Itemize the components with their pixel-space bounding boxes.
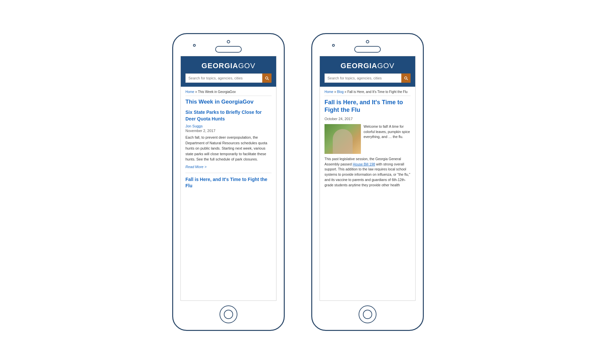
article-image-2 (324, 124, 361, 154)
article-main-date-2: October 24, 2017 (324, 117, 411, 121)
breadcrumb-1: Home » This Week in GeorgiaGov (185, 90, 272, 96)
camera-icon-1 (227, 40, 230, 43)
breadcrumb-home-1[interactable]: Home (185, 90, 194, 94)
breadcrumb-section-1: This Week in GeorgiaGov (198, 90, 236, 94)
phone-bottom-2 (359, 301, 376, 330)
article1-read-more[interactable]: Read More > (185, 165, 272, 169)
logo-2: GEORGIAGOV (324, 62, 411, 70)
phone-bottom-1 (220, 301, 237, 330)
breadcrumb-sep-1: » (195, 90, 198, 94)
screen-2: GEORGIAGOV Home » Blog » Fall is Here, a… (320, 56, 416, 301)
article1-author: Jon Suggs (185, 124, 272, 128)
search-bar-1[interactable] (185, 73, 272, 83)
article1-body: Each fall, to prevent deer overpopulatio… (185, 135, 272, 162)
phone-top-1 (173, 34, 284, 56)
logo-georgia-2: GEORGIA (341, 62, 377, 70)
breadcrumb-2: Home » Blog » Fall is Here, and It's Tim… (324, 90, 411, 96)
home-button-2[interactable] (359, 305, 376, 323)
logo-1: GEORGIAGOV (185, 62, 272, 70)
search-bar-2[interactable] (324, 73, 411, 83)
phone-1: GEORGIAGOV Home » This Week in GeorgiaGo… (172, 33, 285, 331)
header-1: GEORGIAGOV (181, 56, 276, 87)
breadcrumb-home-2[interactable]: Home (324, 90, 333, 94)
breadcrumb-sep-2a: » (334, 90, 337, 94)
breadcrumb-blog-2[interactable]: Blog (337, 90, 344, 94)
search-button-2[interactable] (401, 73, 411, 83)
phone-2: GEORGIAGOV Home » Blog » Fall is Here, a… (311, 33, 424, 331)
breadcrumb-sep-2b: » (345, 90, 347, 94)
search-icon-1 (265, 76, 269, 80)
sensor-dot-2 (332, 44, 335, 47)
article-link-2[interactable]: House Bill 198 (353, 162, 375, 166)
search-button-1[interactable] (262, 73, 272, 83)
article-media-row-2: Welcome to fall! A time for colorful lea… (324, 124, 411, 154)
phone-top-2 (312, 34, 423, 56)
article2-title[interactable]: Fall is Here, and It's Time to Fight the… (185, 176, 272, 189)
article1-title[interactable]: Six State Parks to Briefly Close for Dee… (185, 109, 272, 122)
breadcrumb-article-2: Fall is Here, and It's Time to Fight the… (347, 90, 408, 94)
content-1: Home » This Week in GeorgiaGov This Week… (181, 87, 276, 300)
logo-georgia-1: GEORGIA (202, 62, 238, 70)
logo-gov-2: GOV (377, 62, 395, 70)
article-text1-2: Welcome to fall! A time for colorful lea… (364, 124, 410, 139)
header-2: GEORGIAGOV (320, 56, 415, 87)
article1-date: November 2, 2017 (185, 129, 272, 133)
home-button-1[interactable] (220, 305, 237, 323)
search-input-2[interactable] (324, 73, 401, 83)
search-input-1[interactable] (185, 73, 262, 83)
logo-gov-1: GOV (238, 62, 256, 70)
article-text-block-2: Welcome to fall! A time for colorful lea… (364, 124, 411, 154)
article-divider-1 (185, 173, 272, 173)
speaker-2 (354, 46, 381, 53)
search-icon-2 (404, 76, 408, 80)
camera-icon-2 (366, 40, 369, 43)
article-body-cont-2: This past legislative session, the Georg… (324, 157, 411, 188)
speaker-1 (215, 46, 242, 53)
page-title-1: This Week in GeorgiaGov (185, 99, 272, 105)
home-button-inner-2 (363, 310, 372, 319)
screen-1: GEORGIAGOV Home » This Week in GeorgiaGo… (180, 56, 276, 301)
content-2: Home » Blog » Fall is Here, and It's Tim… (320, 87, 415, 300)
home-button-inner-1 (224, 310, 233, 319)
sensor-dot-1 (193, 44, 196, 47)
article-main-title-2: Fall is Here, and It's Time to Fight the… (324, 99, 411, 114)
